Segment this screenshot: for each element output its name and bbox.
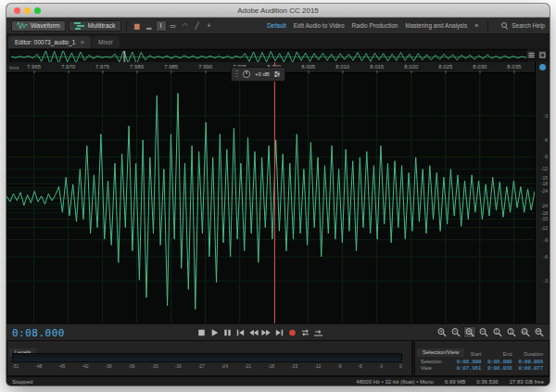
level-scale-label: -15 bbox=[291, 363, 297, 369]
spot-healing-brush-icon[interactable]: + bbox=[204, 20, 215, 32]
ruler-tick: 7.985 bbox=[164, 64, 178, 70]
rewind-button[interactable] bbox=[247, 326, 259, 338]
ruler-tick: 8.020 bbox=[404, 64, 418, 70]
play-button[interactable] bbox=[208, 326, 221, 338]
editor-tab[interactable]: Editor: 00073_audio_1 × bbox=[8, 36, 91, 48]
volume-knob-icon[interactable] bbox=[242, 70, 251, 79]
search-icon bbox=[501, 22, 509, 30]
loop-playback-button[interactable] bbox=[299, 326, 311, 338]
window-title: Adobe Audition CC 2015 bbox=[6, 6, 550, 15]
workspace-tab-default[interactable]: Default bbox=[267, 22, 286, 29]
search-help[interactable]: Search Help bbox=[501, 22, 545, 30]
zoom-to-selection-button[interactable]: ▭ bbox=[519, 326, 532, 338]
zoom-out-time-button[interactable]: − bbox=[477, 326, 490, 338]
zoom-selection-out-point-button[interactable]: ] bbox=[505, 326, 518, 338]
move-previous-button[interactable] bbox=[234, 326, 246, 338]
marquee-selection-tool-icon[interactable]: ▭ bbox=[168, 20, 179, 32]
zoom-selection-in-point-button[interactable]: [ bbox=[491, 326, 504, 338]
selection-view-panel: Selection/View StartEndDurationSelection… bbox=[414, 340, 550, 376]
bottom-panels: Levels -51-48-45-42-39-36-33-30-27-24-21… bbox=[6, 340, 550, 376]
zoom-out-amplitude-button[interactable]: − bbox=[449, 326, 462, 338]
close-icon[interactable]: × bbox=[80, 38, 84, 46]
paintbrush-selection-tool-icon[interactable]: ╱ bbox=[192, 20, 203, 32]
zoom-in-amplitude-button[interactable]: + bbox=[436, 326, 449, 338]
svg-text:[: [ bbox=[496, 328, 498, 334]
panel-maximize-icon[interactable] bbox=[537, 50, 547, 59]
level-scale-label: -39 bbox=[105, 363, 111, 369]
show-spectral-frequency-icon[interactable]: ▆ bbox=[132, 20, 143, 32]
ruler-tick: 7.970 bbox=[61, 64, 75, 70]
ruler-tick: 8.010 bbox=[335, 64, 349, 70]
record-button[interactable] bbox=[286, 326, 298, 338]
selview-value: 0:08.000 bbox=[485, 359, 515, 364]
playhead[interactable] bbox=[274, 62, 275, 323]
mixer-tab[interactable]: Mixer bbox=[92, 36, 120, 48]
selview-col-duration: Duration bbox=[516, 351, 547, 357]
selview-value: 0:07.961 bbox=[454, 365, 485, 371]
level-scale-label: -21 bbox=[245, 363, 251, 369]
ruler-tick: 7.990 bbox=[198, 64, 212, 70]
multitrack-label: Multitrack bbox=[88, 22, 116, 29]
ruler-tick: 7.980 bbox=[130, 64, 144, 70]
level-scale-label: -12 bbox=[314, 363, 321, 369]
amplitude-scale[interactable]: -3-3-6-6-9-9-12-12-15-15-18-18-24-24 bbox=[535, 62, 550, 323]
selview-value: 0:08.000 bbox=[454, 359, 485, 364]
stop-button[interactable] bbox=[196, 326, 208, 338]
db-label: -12 bbox=[541, 225, 548, 230]
status-file-info: 48000 Hz • 32-bit (float) • Mono 6.69 MB… bbox=[356, 379, 544, 385]
move-next-button[interactable] bbox=[273, 326, 285, 338]
waveform-icon bbox=[17, 21, 28, 31]
scale-options-button[interactable] bbox=[539, 64, 546, 70]
ruler-tick: 8.005 bbox=[301, 64, 315, 70]
workspace-tabs: DefaultEdit Audio to VideoRadio Producti… bbox=[267, 22, 478, 29]
svg-text:−: − bbox=[453, 328, 457, 334]
workspace-tab-mastering-and-analysis[interactable]: Mastering and Analysis bbox=[405, 22, 467, 29]
hud-settings-icon[interactable] bbox=[273, 70, 281, 78]
status-playback-state: Stopped bbox=[12, 379, 32, 385]
db-label: -24 bbox=[541, 189, 548, 194]
zoom-controls: +−+−[]▭↔ bbox=[436, 326, 546, 338]
fast-forward-button[interactable] bbox=[260, 326, 272, 338]
view-mode-buttons: WaveformMultitrack bbox=[11, 20, 121, 32]
lasso-selection-tool-icon[interactable]: ◠ bbox=[180, 20, 191, 32]
db-label: -6 bbox=[544, 255, 548, 259]
mixer-tab-label: Mixer bbox=[98, 39, 113, 45]
waveform-view-button[interactable]: Waveform bbox=[11, 20, 66, 32]
waveform-display[interactable] bbox=[6, 73, 535, 323]
level-scale-label: -6 bbox=[358, 363, 361, 369]
level-scale-label: -51 bbox=[12, 363, 19, 369]
level-scale: -51-48-45-42-39-36-33-30-27-24-21-18-15-… bbox=[12, 363, 402, 369]
workspace-tab-radio-production[interactable]: Radio Production bbox=[352, 22, 398, 29]
panel-menu-icon[interactable] bbox=[526, 50, 536, 59]
tool-icons: ▆▂I▭◠╱+ bbox=[132, 20, 215, 32]
selview-row-label: View bbox=[417, 365, 454, 371]
toolbar-divider bbox=[126, 20, 127, 32]
level-scale-label: -33 bbox=[151, 363, 158, 369]
transport-controls bbox=[196, 326, 324, 338]
multitrack-icon bbox=[74, 21, 85, 31]
multitrack-view-button[interactable]: Multitrack bbox=[69, 20, 121, 32]
level-scale-label: -3 bbox=[379, 363, 383, 369]
show-spectral-pitch-icon[interactable]: ▂ bbox=[144, 20, 155, 32]
pause-button[interactable] bbox=[221, 326, 234, 338]
zoom-in-time-button[interactable]: + bbox=[463, 326, 476, 338]
ruler-tick: 8.025 bbox=[438, 64, 452, 70]
time-display[interactable]: 0:08.000 bbox=[12, 327, 65, 339]
hud-panel[interactable]: +0 dB bbox=[231, 67, 285, 82]
workspace-tab-edit-audio-to-video[interactable]: Edit Audio to Video bbox=[294, 22, 345, 29]
hud-gain-value: +0 dB bbox=[255, 71, 270, 77]
skip-selection-button[interactable] bbox=[312, 326, 324, 338]
selview-value: 0:00.077 bbox=[516, 365, 547, 371]
level-scale-label: -36 bbox=[128, 363, 134, 369]
ruler-tick: 8.015 bbox=[370, 64, 384, 70]
time-selection-tool-icon[interactable]: I bbox=[156, 20, 167, 32]
selview-row-label: Selection bbox=[417, 359, 454, 364]
hud-grip[interactable] bbox=[235, 70, 238, 79]
level-scale-label: -18 bbox=[268, 363, 274, 369]
level-scale-label: -24 bbox=[221, 363, 228, 369]
db-label: -6 bbox=[544, 137, 548, 142]
zoom-out-full-button[interactable]: ↔ bbox=[533, 326, 546, 338]
overview-strip[interactable] bbox=[10, 49, 527, 63]
workspace-overflow-button[interactable]: » bbox=[474, 22, 478, 29]
db-label: -24 bbox=[541, 204, 548, 209]
